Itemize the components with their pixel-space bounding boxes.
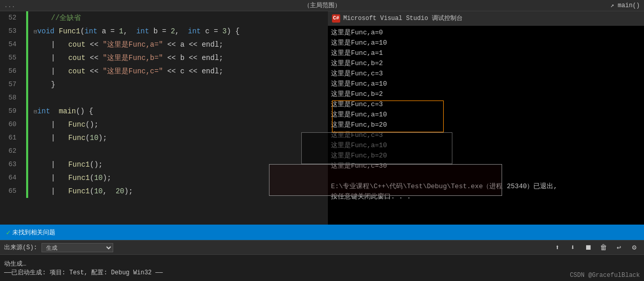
list-item: 这里是Func,c=3: [331, 99, 641, 110]
line-number: 53: [0, 25, 20, 38]
left-gutter: [20, 158, 32, 171]
build-line2: ——已启动生成: 项目: Test, 配置: Debug Win32 ——: [4, 268, 640, 277]
code-content: | cout << "这里是Func,c=" << c << endl;: [32, 65, 223, 78]
table-row: 55 | cout << "这里是Func,b=" << b << endl;: [0, 51, 328, 65]
list-item: 按任意键关闭此窗口. . .: [331, 192, 641, 202]
left-gutter: [20, 65, 32, 78]
source-select[interactable]: 生成: [41, 243, 113, 252]
left-gutter: [20, 105, 32, 118]
code-content: ⊟void Func1(int a = 1, int b = 2, int c …: [32, 25, 240, 38]
function-label: ↗ main(): [610, 2, 640, 9]
table-row: 58: [0, 91, 328, 105]
left-gutter: [20, 171, 32, 185]
list-item: 这里是Func,a=10: [331, 140, 641, 151]
list-item: 这里是Func,b=2: [331, 58, 641, 69]
left-gutter: [20, 38, 32, 51]
left-gutter: [20, 145, 32, 158]
code-content: | Func();: [32, 118, 98, 131]
vs-icon: C#: [332, 14, 340, 23]
line-number: 60: [0, 118, 20, 131]
left-gutter: [20, 11, 32, 25]
build-line1: 动生成…: [4, 259, 640, 268]
line-number: 59: [0, 105, 20, 118]
code-content: | Func1(10, 20);: [32, 185, 133, 198]
line-number: 52: [0, 11, 20, 25]
scope-label: （主局范围）: [304, 2, 341, 9]
table-row: 63 | Func1();: [0, 158, 328, 171]
left-gutter: [20, 78, 32, 91]
list-item: 这里是Func,c=3: [331, 69, 641, 79]
line-number: 57: [0, 78, 20, 91]
code-content: | Func1();: [32, 158, 102, 171]
status-bar: ✓ 未找到相关问题: [0, 225, 644, 240]
table-row: 64 | Func1(10);: [0, 171, 328, 185]
line-number: 61: [0, 131, 20, 145]
list-item: 这里是Func,a=0: [331, 28, 641, 38]
csdn-watermark: CSDN @GracefulBlack: [570, 272, 640, 279]
line-number: 58: [0, 91, 20, 105]
code-content: | Func1(10);: [32, 171, 111, 185]
code-editor: 52 //全缺省 53 ⊟void Func1(int a = 1, int b…: [0, 11, 328, 225]
line-number: 55: [0, 51, 20, 65]
line-number: 63: [0, 158, 20, 171]
list-item: 这里是Func,a=1: [331, 48, 641, 58]
left-gutter: [20, 118, 32, 131]
table-row: 60 | Func();: [0, 118, 328, 131]
code-content: }: [32, 78, 55, 91]
table-row: 61 | Func(10);: [0, 131, 328, 145]
list-item: 这里是Func,a=10: [331, 79, 641, 89]
debug-console-content: 这里是Func,a=0 这里是Func,a=10 这里是Func,a=1 这里是…: [328, 26, 644, 225]
toolbar-up-icon[interactable]: ⬆: [552, 242, 563, 253]
list-item: 这里是Func,b=20: [331, 120, 641, 130]
table-row: 65 | Func1(10, 20);: [0, 185, 328, 198]
table-row: 56 | cout << "这里是Func,c=" << c << endl;: [0, 65, 328, 78]
line-number: 64: [0, 171, 20, 185]
top-bar-right: ↗ main(): [428, 2, 640, 9]
debug-console-title: Microsoft Visual Studio 调试控制台: [343, 14, 463, 23]
list-item: 这里是Func,a=10: [331, 110, 641, 120]
line-number: 62: [0, 145, 20, 158]
top-bar-left: ...: [4, 2, 216, 9]
toolbar-settings-icon[interactable]: ⚙: [629, 242, 640, 253]
top-bar: ... （主局范围） ↗ main(): [0, 0, 644, 11]
list-item: 这里是Func,c=30: [331, 161, 641, 171]
left-gutter: [20, 25, 32, 38]
line-number: 54: [0, 38, 20, 51]
left-gutter: [20, 91, 32, 105]
status-text: 未找到相关问题: [12, 228, 55, 237]
toolbar-wrap-icon[interactable]: ↩: [613, 242, 625, 253]
table-row: 59 ⊟int main() {: [0, 105, 328, 118]
list-item: 这里是Func,b=20: [331, 151, 641, 161]
code-content: | cout << "这里是Func,a=" << a << endl;: [32, 38, 223, 51]
toolbar-clear-icon[interactable]: 🗑: [598, 242, 609, 253]
status-check-icon: ✓: [6, 228, 10, 237]
code-content: | Func(10);: [32, 131, 107, 145]
top-bar-left-text: ...: [4, 2, 15, 9]
left-gutter: [20, 131, 32, 145]
toolbar-stop-icon[interactable]: ⏹: [583, 242, 594, 253]
table-row: 62: [0, 145, 328, 158]
left-gutter: [20, 185, 32, 198]
bottom-toolbar: 出来源(S): 生成 ⬆ ⬇ ⏹ 🗑 ↩ ⚙: [0, 240, 644, 255]
source-label: 出来源(S):: [4, 243, 37, 252]
left-gutter: [20, 51, 32, 65]
toolbar-down-icon[interactable]: ⬇: [567, 242, 578, 253]
list-item: 这里是Func,a=10: [331, 38, 641, 48]
list-item: E:\专业课程\C++\代码\Test\Debug\Test.exe（进程 25…: [331, 182, 641, 192]
bottom-content: 动生成… ——已启动生成: 项目: Test, 配置: Debug Win32 …: [0, 255, 644, 281]
top-bar-center: （主局范围）: [216, 1, 428, 10]
debug-console-titlebar: C# Microsoft Visual Studio 调试控制台: [328, 11, 644, 26]
status-item: ✓ 未找到相关问题: [6, 228, 55, 237]
debug-console: C# Microsoft Visual Studio 调试控制台 这里是Func…: [328, 11, 644, 225]
list-item: [331, 171, 641, 182]
code-content: //全缺省: [32, 11, 81, 25]
code-content: ⊟int main() {: [32, 105, 93, 118]
table-row: 52 //全缺省: [0, 11, 328, 25]
list-item: 这里是Func,b=2: [331, 89, 641, 99]
line-number: 56: [0, 65, 20, 78]
table-row: 53 ⊟void Func1(int a = 1, int b = 2, int…: [0, 25, 328, 38]
line-number: 65: [0, 185, 20, 198]
code-content: | cout << "这里是Func,b=" << b << endl;: [32, 51, 223, 65]
bottom-panel: 出来源(S): 生成 ⬆ ⬇ ⏹ 🗑 ↩ ⚙ 动生成… ——已启动生成: 项目:…: [0, 240, 644, 281]
list-item: 这里是Func,c=3: [331, 130, 641, 140]
